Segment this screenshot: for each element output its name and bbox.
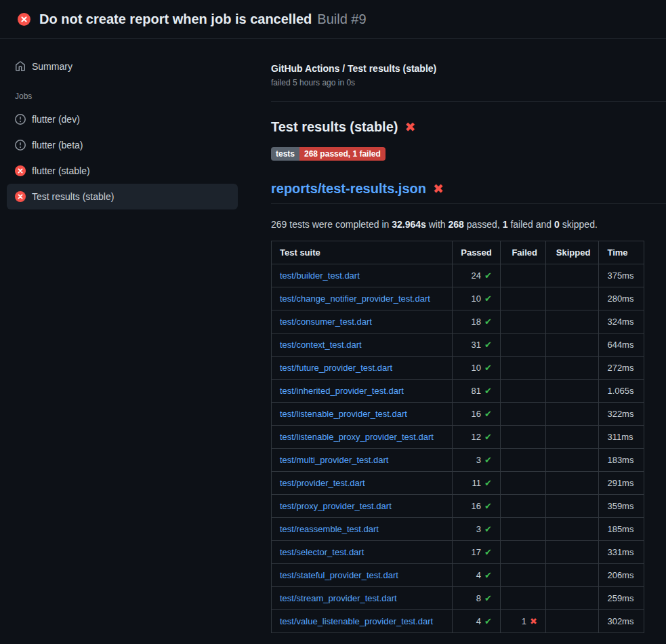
suite-link[interactable]: test/value_listenable_provider_test.dart [280, 616, 433, 626]
skipped-cell [545, 564, 598, 587]
table-row: test/provider_test.dart11✔291ms [272, 472, 644, 495]
suite-link[interactable]: test/listenable_provider_test.dart [280, 409, 407, 419]
check-icon: ✔ [484, 386, 492, 396]
check-icon: ✔ [484, 432, 492, 442]
sidebar-item-test-results-stable[interactable]: Test results (stable) [7, 184, 238, 209]
suite-cell: test/selector_test.dart [272, 541, 453, 564]
suite-cell: test/consumer_test.dart [272, 310, 453, 334]
table-row: test/listenable_proxy_provider_test.dart… [272, 426, 644, 449]
check-icon: ✔ [484, 270, 492, 281]
breadcrumb: GitHub Actions / Test results (stable) [271, 63, 644, 74]
section-title: Test results (stable) [271, 119, 398, 135]
passed-cell: 10✔ [453, 287, 501, 310]
skipped-cell [545, 610, 598, 633]
suite-cell: test/multi_provider_test.dart [272, 449, 453, 472]
check-icon: ✔ [484, 547, 492, 557]
summary-number: 32.964s [392, 219, 426, 230]
failed-cell [500, 472, 545, 495]
check-icon: ✔ [484, 455, 492, 465]
sidebar: Summary Jobs flutter (dev)flutter (beta)… [0, 39, 244, 644]
suite-cell: test/context_test.dart [272, 334, 453, 357]
sidebar-item-flutter-stable[interactable]: flutter (stable) [7, 158, 238, 184]
suite-link[interactable]: test/context_test.dart [280, 340, 362, 350]
skipped-cell [545, 541, 598, 564]
column-header-passed: Passed [453, 241, 501, 264]
check-icon: ✔ [484, 317, 492, 327]
failed-cell [500, 403, 545, 426]
suite-link[interactable]: test/selector_test.dart [280, 547, 364, 557]
suite-link[interactable]: test/builder_test.dart [280, 270, 360, 281]
count: 3 [476, 524, 481, 534]
passed-cell: 4✔ [453, 610, 501, 633]
skipped-cell [545, 310, 598, 334]
sidebar-item-label: flutter (beta) [32, 140, 83, 150]
report-link[interactable]: reports/test-results.json [271, 181, 426, 197]
sidebar-item-flutter-dev[interactable]: flutter (dev) [7, 106, 238, 132]
skipped-cell [545, 357, 598, 380]
failed-cell [500, 310, 545, 334]
column-header-skipped: Skipped [545, 241, 598, 264]
passed-cell: 8✔ [453, 587, 501, 610]
passed-cell: 10✔ [453, 357, 501, 380]
table-row: test/future_provider_test.dart10✔272ms [272, 357, 644, 380]
table-row: test/context_test.dart31✔644ms [272, 334, 644, 357]
sidebar-jobs: flutter (dev)flutter (beta)flutter (stab… [7, 106, 244, 209]
time-cell: 331ms [599, 541, 644, 564]
sidebar-item-label: flutter (dev) [32, 114, 80, 125]
failed-cell [500, 587, 545, 610]
summary-number: 0 [554, 219, 560, 230]
time-cell: 280ms [599, 287, 644, 310]
x-icon: ✖ [530, 616, 537, 626]
check-icon: ✔ [484, 363, 492, 373]
failed-cell [500, 426, 545, 449]
check-icon: ✔ [484, 478, 492, 488]
time-cell: 302ms [599, 610, 644, 633]
failed-cell: 1✖ [500, 610, 545, 633]
suite-link[interactable]: test/inherited_provider_test.dart [280, 386, 404, 396]
suite-link[interactable]: test/stream_provider_test.dart [280, 593, 397, 603]
sidebar-item-label: flutter (stable) [32, 165, 90, 176]
results-table: Test suitePassedFailedSkippedTime test/b… [271, 241, 644, 633]
summary-number: 268 [449, 219, 464, 230]
check-icon: ✔ [484, 340, 492, 350]
alert-circle-icon [15, 114, 26, 125]
skipped-cell [545, 587, 598, 610]
passed-cell: 31✔ [453, 334, 501, 357]
suite-link[interactable]: test/provider_test.dart [280, 478, 365, 488]
suite-link[interactable]: test/consumer_test.dart [280, 317, 372, 327]
summary-text: failed and [508, 219, 555, 230]
sidebar-item-flutter-beta[interactable]: flutter (beta) [7, 132, 238, 158]
failed-cell [500, 449, 545, 472]
table-row: test/change_notifier_provider_test.dart1… [272, 287, 644, 310]
summary-text: with [426, 219, 449, 230]
suite-link[interactable]: test/change_notifier_provider_test.dart [280, 294, 430, 304]
suite-link[interactable]: test/stateful_provider_test.dart [280, 570, 398, 580]
build-title: Do not create report when job is cancell… [39, 12, 312, 27]
time-cell: 206ms [599, 564, 644, 587]
check-icon: ✔ [484, 616, 492, 626]
check-icon: ✔ [484, 409, 492, 419]
summary-text: 269 tests were completed in [271, 219, 392, 230]
page-layout: Summary Jobs flutter (dev)flutter (beta)… [0, 39, 666, 644]
suite-link[interactable]: test/multi_provider_test.dart [280, 455, 388, 465]
table-row: test/listenable_provider_test.dart16✔322… [272, 403, 644, 426]
passed-cell: 16✔ [453, 403, 501, 426]
x-circle-icon [18, 13, 30, 26]
skipped-cell [545, 403, 598, 426]
suite-cell: test/provider_test.dart [272, 472, 453, 495]
time-cell: 259ms [599, 587, 644, 610]
suite-cell: test/stream_provider_test.dart [272, 587, 453, 610]
suite-link[interactable]: test/reassemble_test.dart [280, 524, 379, 534]
tests-badge: tests 268 passed, 1 failed [271, 147, 386, 161]
suite-cell: test/reassemble_test.dart [272, 518, 453, 541]
count: 3 [476, 455, 481, 465]
table-row: test/proxy_provider_test.dart16✔359ms [272, 495, 644, 518]
suite-link[interactable]: test/listenable_proxy_provider_test.dart [280, 432, 434, 442]
sidebar-item-summary[interactable]: Summary [7, 54, 238, 79]
skipped-cell [545, 380, 598, 403]
table-row: test/consumer_test.dart18✔324ms [272, 310, 644, 334]
count: 8 [476, 593, 481, 603]
suite-link[interactable]: test/future_provider_test.dart [280, 363, 392, 373]
suite-link[interactable]: test/proxy_provider_test.dart [280, 501, 392, 511]
suite-cell: test/proxy_provider_test.dart [272, 495, 453, 518]
